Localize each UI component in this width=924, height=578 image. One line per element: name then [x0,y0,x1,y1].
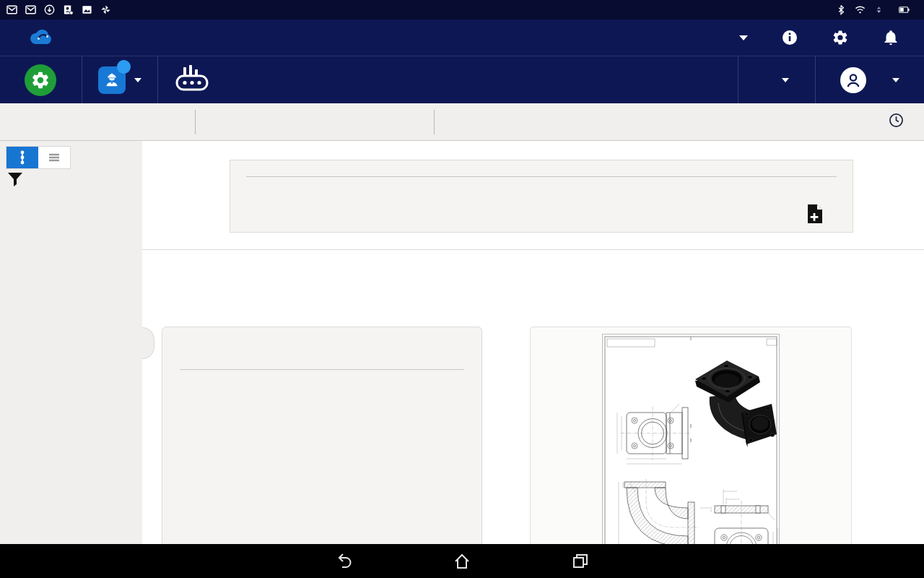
job-info [196,111,434,133]
shift-info [435,111,459,133]
gallery-icon [81,4,93,16]
notes-title [230,160,853,169]
user-menu[interactable] [816,56,924,103]
language-selector[interactable] [720,35,748,40]
brand-logo [25,25,61,50]
parameter-rows [180,369,464,370]
download-icon [43,4,56,16]
email-icon [25,4,37,16]
add-file-icon[interactable] [806,204,822,223]
cloud-logo-icon [25,25,55,50]
event-timeline [0,141,142,544]
events-sidebar [0,141,142,544]
job-info-bar [0,103,924,141]
app-header [0,20,924,56]
settings-gear-icon[interactable] [832,29,849,46]
network-activity-icon [873,4,885,16]
email-icon [6,4,18,16]
status-system-icons [835,4,918,16]
back-button[interactable] [328,547,359,576]
info-icon[interactable] [781,29,798,46]
machine-summary[interactable] [0,56,82,103]
contacts-icon [62,4,74,16]
battery-icon [898,4,910,16]
channel-tabs [142,249,924,250]
chevron-down-icon [739,35,748,40]
home-button[interactable] [446,547,478,576]
technical-drawing [603,335,779,544]
notes-text [230,177,853,185]
chevron-down-icon [892,78,899,82]
clock-icon [889,113,904,131]
product-drawing-card [530,327,852,544]
machine-icon [174,64,210,96]
pinwheel-icon [100,4,112,16]
job-actions-menu[interactable] [738,56,815,103]
machine-bar [0,56,924,103]
production-view [158,56,250,103]
avatar [840,67,866,93]
android-nav-bar [0,544,924,578]
operator-count-badge [117,60,131,74]
machine-status-gear-icon [25,64,56,96]
status-notification-icons [6,4,112,16]
recents-button[interactable] [565,547,596,576]
main-panel [142,141,924,544]
bluetooth-icon [835,4,847,16]
wifi-icon [854,4,866,16]
chevron-down-icon [782,78,789,82]
chevron-down-icon [134,78,141,82]
elapsed-time [883,113,924,131]
matics-app-screen [0,0,924,578]
production-parameters-card [162,327,482,544]
operator-icon [98,66,126,94]
notes-card [230,160,853,233]
operator-selector[interactable] [82,56,157,103]
notifications-bell-icon[interactable] [882,29,899,46]
android-status-bar [0,0,924,20]
product-info [0,111,195,133]
content-area [0,141,924,544]
